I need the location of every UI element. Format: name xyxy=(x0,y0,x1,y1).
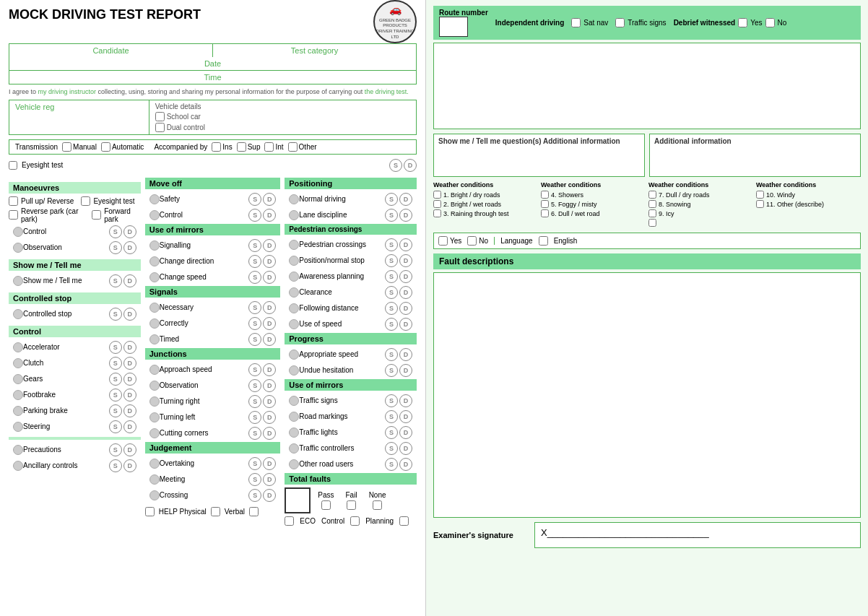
pass-checkbox[interactable] xyxy=(321,500,331,510)
steering-d[interactable]: D xyxy=(123,420,136,433)
lane-discipline-d[interactable]: D xyxy=(399,209,412,222)
undue-hesitation-d[interactable]: D xyxy=(399,364,412,377)
signalling-s[interactable]: S xyxy=(248,239,261,252)
dual-control-checkbox[interactable]: Dual control xyxy=(155,123,410,132)
weather-9-extra-checkbox[interactable] xyxy=(648,219,656,227)
traffic-lights-d[interactable]: D xyxy=(399,426,412,439)
no-label[interactable]: No xyxy=(467,236,488,246)
normal-driving-d[interactable]: D xyxy=(399,193,412,206)
sat-nav-checkbox[interactable] xyxy=(571,18,581,27)
control-manoeuvre-d[interactable]: D xyxy=(123,225,136,238)
correctly-s[interactable]: S xyxy=(248,317,261,330)
help-extra-checkbox[interactable] xyxy=(249,507,259,516)
meeting-d[interactable]: D xyxy=(263,473,276,486)
clutch-d[interactable]: D xyxy=(123,357,136,370)
lang-yes-checkbox[interactable] xyxy=(438,236,448,246)
precautions-s[interactable]: S xyxy=(109,443,122,456)
ancillary-s[interactable]: S xyxy=(109,459,122,472)
cutting-corners-d[interactable]: D xyxy=(263,427,276,440)
steering-s[interactable]: S xyxy=(109,420,122,433)
english-checkbox[interactable] xyxy=(539,236,548,246)
undue-hesitation-s[interactable]: S xyxy=(385,364,398,377)
change-direction-d[interactable]: D xyxy=(263,255,276,268)
cutting-corners-s[interactable]: S xyxy=(248,427,261,440)
move-off-control-s[interactable]: S xyxy=(248,209,261,222)
weather-5-checkbox[interactable] xyxy=(541,200,549,208)
accelerator-s[interactable]: S xyxy=(109,341,122,354)
traffic-signs-checkbox[interactable] xyxy=(615,18,625,27)
ped-crossings-s[interactable]: S xyxy=(385,238,398,251)
sup-checkbox[interactable]: Sup xyxy=(237,142,261,152)
following-distance-d[interactable]: D xyxy=(399,302,412,315)
controlled-stop-s[interactable]: S xyxy=(109,308,122,321)
precautions-d[interactable]: D xyxy=(123,443,136,456)
lane-discipline-s[interactable]: S xyxy=(385,209,398,222)
observation-junction-d[interactable]: D xyxy=(263,379,276,392)
weather-3-checkbox[interactable] xyxy=(433,209,441,217)
following-distance-s[interactable]: S xyxy=(385,302,398,315)
safety-s[interactable]: S xyxy=(248,193,261,206)
forward-park-checkbox[interactable] xyxy=(92,210,101,220)
none-checkbox[interactable] xyxy=(373,500,382,510)
footbrake-d[interactable]: D xyxy=(123,389,136,402)
appropriate-speed-s[interactable]: S xyxy=(385,348,398,361)
weather-7-checkbox[interactable] xyxy=(648,191,656,199)
show-me-d[interactable]: D xyxy=(123,274,136,287)
clearance-s[interactable]: S xyxy=(385,286,398,299)
signalling-d[interactable]: D xyxy=(263,239,276,252)
overtaking-s[interactable]: S xyxy=(248,457,261,470)
gears-d[interactable]: D xyxy=(123,373,136,386)
fault-area[interactable] xyxy=(433,272,861,518)
parking-brake-d[interactable]: D xyxy=(123,404,136,417)
eyesight-test2-checkbox[interactable] xyxy=(81,196,90,206)
control-manoeuvre-s[interactable]: S xyxy=(109,225,122,238)
turning-right-s[interactable]: S xyxy=(248,395,261,408)
move-off-control-d[interactable]: D xyxy=(263,209,276,222)
turning-left-s[interactable]: S xyxy=(248,411,261,424)
int-checkbox[interactable]: Int xyxy=(264,142,283,152)
accelerator-d[interactable]: D xyxy=(123,341,136,354)
timed-d[interactable]: D xyxy=(263,333,276,346)
fail-checkbox[interactable] xyxy=(347,500,356,510)
awareness-planning-d[interactable]: D xyxy=(399,270,412,283)
change-direction-s[interactable]: S xyxy=(248,255,261,268)
timed-s[interactable]: S xyxy=(248,333,261,346)
pull-up-checkbox[interactable] xyxy=(9,196,18,206)
eyesight-checkbox[interactable] xyxy=(9,161,17,170)
ancillary-d[interactable]: D xyxy=(123,459,136,472)
weather-1-checkbox[interactable] xyxy=(433,191,441,199)
use-of-speed-s[interactable]: S xyxy=(385,318,398,331)
weather-11-checkbox[interactable] xyxy=(756,200,764,208)
eyesight-s-button[interactable]: S xyxy=(389,159,402,172)
traffic-lights-s[interactable]: S xyxy=(385,426,398,439)
position-normal-stop-d[interactable]: D xyxy=(399,254,412,267)
crossing-d[interactable]: D xyxy=(263,489,276,502)
weather-8-checkbox[interactable] xyxy=(648,200,656,208)
necessary-d[interactable]: D xyxy=(263,301,276,314)
weather-2-checkbox[interactable] xyxy=(433,200,441,208)
other-road-users-s[interactable]: S xyxy=(385,458,398,471)
other-road-users-d[interactable]: D xyxy=(399,458,412,471)
signature-line[interactable]: X_______________________________ xyxy=(534,522,861,548)
approach-speed-d[interactable]: D xyxy=(263,363,276,376)
reverse-park-checkbox[interactable] xyxy=(9,210,18,220)
traffic-signs-d[interactable]: D xyxy=(399,394,412,407)
traffic-signs-s[interactable]: S xyxy=(385,394,398,407)
automatic-checkbox[interactable]: Automatic xyxy=(101,142,144,152)
weather-9-checkbox[interactable] xyxy=(648,209,656,217)
change-speed-d[interactable]: D xyxy=(263,271,276,284)
ped-crossings-d[interactable]: D xyxy=(399,238,412,251)
use-of-speed-d[interactable]: D xyxy=(399,318,412,331)
lang-no-checkbox[interactable] xyxy=(467,236,477,246)
observation-manoeuvre-d[interactable]: D xyxy=(123,241,136,254)
eyesight-d-button[interactable]: D xyxy=(404,159,417,172)
weather-10-checkbox[interactable] xyxy=(756,191,764,199)
manual-checkbox[interactable]: Manual xyxy=(62,142,97,152)
weather-4-checkbox[interactable] xyxy=(541,191,549,199)
debrief-yes-checkbox[interactable] xyxy=(738,18,747,27)
correctly-d[interactable]: D xyxy=(263,317,276,330)
traffic-controllers-s[interactable]: S xyxy=(385,442,398,455)
notes-area[interactable] xyxy=(433,43,861,129)
necessary-s[interactable]: S xyxy=(248,301,261,314)
crossing-s[interactable]: S xyxy=(248,489,261,502)
